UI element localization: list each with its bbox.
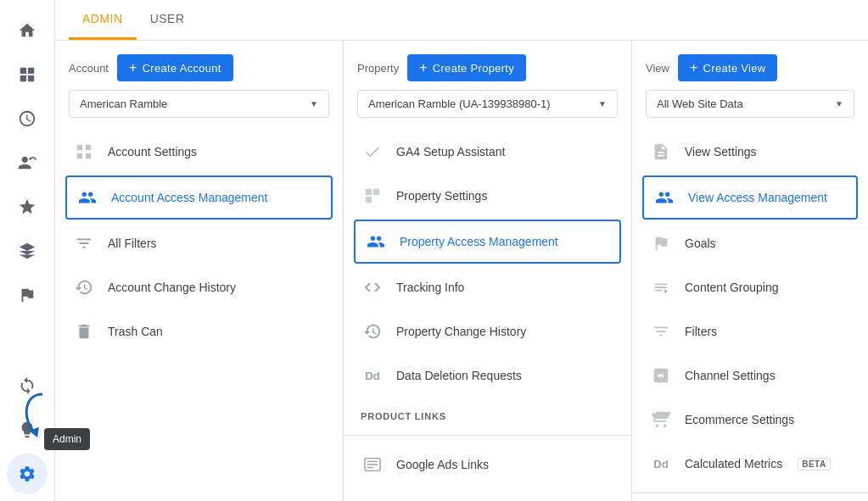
svg-rect-2 bbox=[366, 197, 372, 203]
channel-settings-label: Channel Settings bbox=[685, 369, 776, 382]
history-icon bbox=[361, 320, 384, 343]
account-change-history-label: Account Change History bbox=[108, 281, 236, 294]
goals-label: Goals bbox=[685, 237, 716, 250]
account-dropdown[interactable]: American Ramble ▼ bbox=[69, 90, 329, 118]
create-account-label: Create Account bbox=[143, 62, 221, 75]
property-panel-header: Property + Create Property bbox=[344, 41, 631, 90]
chevron-down-icon: ▼ bbox=[835, 99, 843, 109]
view-panel-header: View + Create View bbox=[632, 41, 868, 90]
calculated-metrics-icon: Dd bbox=[649, 452, 673, 476]
adsense-icon bbox=[361, 497, 384, 501]
code-icon bbox=[361, 276, 384, 299]
account-settings-label: Account Settings bbox=[108, 145, 197, 159]
view-dropdown-value: All Web Site Data bbox=[657, 97, 743, 110]
tabs-bar: ADMIN USER bbox=[55, 0, 868, 41]
tab-admin[interactable]: ADMIN bbox=[69, 0, 137, 40]
create-view-label: Create View bbox=[703, 62, 766, 75]
arrow-indicator bbox=[17, 390, 59, 443]
dd-icon: Dd bbox=[361, 364, 384, 387]
cart-icon bbox=[649, 408, 673, 431]
ads-icon bbox=[361, 453, 384, 476]
list-item[interactable]: Property Settings bbox=[344, 174, 631, 218]
view-dropdown[interactable]: All Web Site Data ▼ bbox=[646, 90, 854, 118]
create-view-button[interactable]: + Create View bbox=[678, 54, 778, 81]
view-panel: View + Create View All Web Site Data ▼ V… bbox=[632, 41, 868, 501]
flag-icon bbox=[649, 231, 673, 255]
chevron-down-icon: ▼ bbox=[598, 99, 607, 109]
clock-icon[interactable] bbox=[7, 98, 48, 139]
account-label: Account bbox=[69, 62, 109, 75]
beta-badge: BETA bbox=[798, 458, 830, 470]
property-dropdown-value: American Ramble (UA-139938980-1) bbox=[368, 97, 551, 110]
list-item[interactable]: All Filters bbox=[55, 221, 343, 265]
svg-rect-3 bbox=[373, 189, 379, 195]
list-item[interactable]: View Settings bbox=[632, 130, 868, 174]
list-item[interactable]: Ecommerce Settings bbox=[632, 398, 868, 442]
tab-user[interactable]: USER bbox=[137, 0, 199, 40]
property-panel: Property + Create Property American Ramb… bbox=[344, 41, 632, 501]
list-item[interactable]: Tracking Info bbox=[344, 265, 631, 309]
layers-icon[interactable] bbox=[7, 231, 48, 271]
list-item[interactable]: Dd Data Deletion Requests bbox=[344, 353, 631, 398]
tracking-info-label: Tracking Info bbox=[396, 281, 464, 294]
people-icon bbox=[76, 186, 99, 209]
list-item[interactable]: Account Access Management bbox=[65, 175, 333, 220]
property-dropdown[interactable]: American Ramble (UA-139938980-1) ▼ bbox=[357, 90, 618, 118]
ecommerce-settings-label: Ecommerce Settings bbox=[685, 413, 794, 426]
create-property-button[interactable]: + Create Property bbox=[407, 54, 526, 81]
list-item[interactable]: Dd Calculated Metrics BETA bbox=[632, 442, 868, 486]
trash-can-label: Trash Can bbox=[108, 325, 163, 338]
channel-icon bbox=[649, 364, 673, 387]
list-item[interactable]: GA4 Setup Assistant bbox=[344, 130, 631, 174]
account-dropdown-value: American Ramble bbox=[80, 97, 167, 110]
person-expand-icon[interactable] bbox=[7, 142, 48, 183]
plus-icon: + bbox=[129, 60, 137, 75]
ga4-setup-label: GA4 Setup Assistant bbox=[396, 145, 505, 159]
property-access-mgmt-label: Property Access Management bbox=[400, 235, 558, 248]
filters-label: Filters bbox=[685, 325, 717, 338]
main-content: ADMIN USER Account + Create Account Amer… bbox=[55, 0, 868, 501]
create-account-button[interactable]: + Create Account bbox=[117, 54, 233, 81]
content-icon bbox=[649, 276, 673, 299]
property-items-list: GA4 Setup Assistant Property Settings Pr… bbox=[344, 126, 631, 501]
plus-icon: + bbox=[690, 60, 698, 75]
dashboard-icon[interactable] bbox=[7, 54, 48, 95]
sidebar-bottom: Admin bbox=[7, 365, 48, 494]
chevron-down-icon: ▼ bbox=[310, 99, 318, 109]
property-settings-label: Property Settings bbox=[396, 189, 487, 203]
list-item[interactable]: Filters bbox=[632, 309, 868, 353]
list-item[interactable]: Trash Can bbox=[55, 309, 343, 353]
account-items-list: Account Settings Account Access Manageme… bbox=[55, 126, 343, 501]
check-icon bbox=[361, 140, 384, 164]
view-items-list: View Settings View Access Management Goa… bbox=[632, 126, 868, 501]
settings-icon bbox=[72, 140, 96, 164]
list-item[interactable]: Goals bbox=[632, 221, 868, 265]
product-links-section: PRODUCT LINKS bbox=[344, 398, 631, 428]
people-icon bbox=[364, 230, 388, 253]
list-item[interactable]: AdSense Links bbox=[344, 487, 631, 501]
list-item[interactable]: Account Settings bbox=[55, 130, 343, 174]
calculated-metrics-label: Calculated Metrics bbox=[685, 457, 782, 470]
account-panel: Account + Create Account American Ramble… bbox=[55, 41, 344, 501]
flag-sidebar-icon[interactable] bbox=[7, 275, 48, 315]
panels-container: Account + Create Account American Ramble… bbox=[55, 41, 868, 501]
list-item[interactable]: View Access Management bbox=[642, 175, 858, 220]
account-access-mgmt-label: Account Access Management bbox=[111, 191, 267, 204]
plus-icon: + bbox=[419, 60, 428, 75]
sidebar: Admin bbox=[0, 0, 55, 501]
gear-icon[interactable] bbox=[7, 454, 48, 494]
list-item[interactable]: Account Change History bbox=[55, 265, 343, 309]
list-item[interactable]: Google Ads Links bbox=[344, 443, 631, 487]
list-item[interactable]: Channel Settings bbox=[632, 353, 868, 398]
list-item[interactable]: Property Access Management bbox=[354, 220, 621, 264]
home-icon[interactable] bbox=[7, 10, 48, 51]
star-icon[interactable] bbox=[7, 186, 48, 227]
svg-rect-1 bbox=[366, 189, 372, 195]
list-item[interactable]: Content Grouping bbox=[632, 265, 868, 309]
history-icon bbox=[72, 276, 96, 299]
filter-icon bbox=[649, 320, 673, 343]
account-panel-header: Account + Create Account bbox=[55, 41, 343, 90]
property-settings-icon bbox=[361, 184, 384, 208]
doc-icon bbox=[649, 140, 673, 164]
list-item[interactable]: Property Change History bbox=[344, 309, 631, 353]
